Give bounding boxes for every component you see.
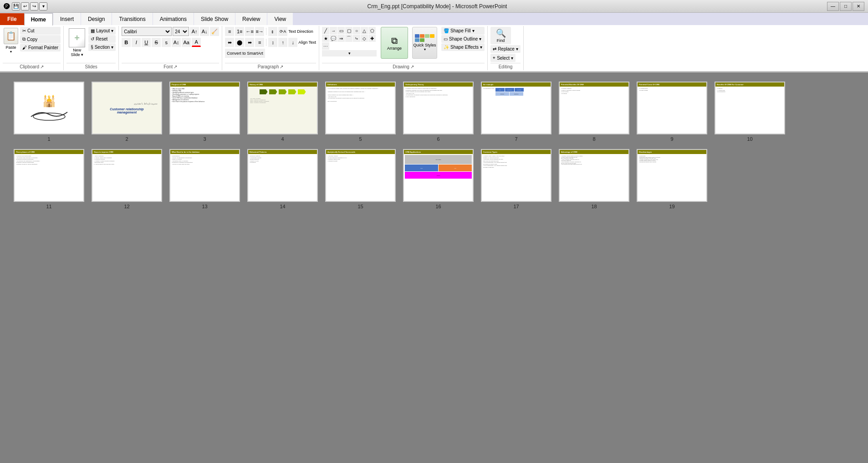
underline-btn[interactable]: U (142, 38, 151, 47)
shape-triangle[interactable]: △ (361, 27, 368, 34)
slide-item-6[interactable]: Underpinning Theory • Customers have man… (403, 82, 474, 142)
slide-thumb-14[interactable]: Behavioral Patterns • Behavioral pattern… (247, 149, 318, 202)
shapes-scroll-down[interactable]: ▾ (322, 50, 377, 57)
bold-btn[interactable]: B (122, 38, 131, 47)
drawing-expand-icon[interactable]: ↗ (410, 64, 414, 69)
char-spacing-btn[interactable]: A↕ (172, 38, 181, 47)
tab-design[interactable]: Design (81, 13, 112, 25)
font-color-btn[interactable]: A (192, 38, 201, 47)
slide-thumb-12[interactable]: Steps to improve CRM 1. Build a database… (92, 149, 162, 202)
minimize-btn[interactable]: — (827, 2, 839, 11)
slide-item-12[interactable]: Steps to improve CRM 1. Build a database… (92, 149, 162, 209)
slide-item-7[interactable]: An example The Elements of CRM Data Ware… (481, 82, 551, 142)
slide-thumb-6[interactable]: Underpinning Theory • Customers have man… (403, 82, 474, 134)
bullets-btn[interactable]: ≡ (225, 27, 234, 36)
slide-item-1[interactable]: 🕌 1 (14, 82, 84, 142)
slide-item-19[interactable]: Disadvantages • Disadvantages • Organisa… (637, 149, 707, 209)
slide-thumb-11[interactable]: Three phases of CRM • Acquiring New Rela… (14, 149, 84, 202)
shape-star[interactable]: ★ (322, 35, 329, 42)
slide-thumb-15[interactable]: Analytically Derived Scorecards • Analyt… (325, 149, 396, 202)
tab-slideshow[interactable]: Slide Show (194, 13, 235, 25)
slide-item-9[interactable]: Potential Costs Of CRM • IT infrastructu… (637, 82, 707, 142)
slide-item-10[interactable]: Benefits Of CRM For Customer • Continuit… (715, 82, 785, 142)
redo-qat-btn[interactable]: ↪ (30, 2, 38, 10)
slide-item-5[interactable]: Definitions "It is a business strategy w… (325, 82, 396, 142)
shape-fill-btn[interactable]: 🪣 Shape Fill ▾ (441, 27, 485, 35)
arrange-button[interactable]: ⧉ Arrange (381, 27, 408, 59)
decrease-indent-btn[interactable]: ←≡ (245, 27, 254, 36)
shape-cross[interactable]: ✚ (368, 35, 376, 42)
shape-line[interactable]: ╱ (322, 27, 329, 34)
slide-thumb-3[interactable]: Purpose of CRM • Why we need CRM • Defin… (169, 82, 240, 134)
shape-outline-btn[interactable]: ▭ Shape Outline ▾ (441, 35, 485, 43)
clipboard-expand-icon[interactable]: ↗ (40, 64, 44, 69)
center-btn[interactable]: ⬤ (235, 38, 244, 47)
shape-rounded-rect[interactable]: ▢ (345, 27, 352, 34)
slide-item-18[interactable]: Advantage of CRM • Advantage a possible … (559, 149, 629, 209)
slide-item-16[interactable]: CRM Applications CRM System Sales Mktg A… (403, 149, 474, 209)
undo-qat-btn[interactable]: ↩ (21, 2, 29, 10)
tab-transitions[interactable]: Transitions (112, 13, 152, 25)
spacing-after-btn[interactable]: ↓ (288, 38, 297, 47)
shape-effects-btn[interactable]: ✨ Shape Effects ▾ (441, 43, 485, 51)
shape-rect[interactable]: ▭ (337, 27, 345, 34)
tab-review[interactable]: Review (235, 13, 267, 25)
paste-button[interactable]: 📋 Paste ▾ (3, 27, 19, 55)
text-direction-label[interactable]: Text Direction (288, 29, 313, 34)
tab-home[interactable]: Home (24, 13, 53, 26)
align-right-btn[interactable]: ⬌ (245, 38, 254, 47)
layout-button[interactable]: ▦ Layout ▾ (88, 27, 116, 35)
slide-thumb-1[interactable]: 🕌 (14, 82, 84, 134)
slide-item-14[interactable]: Behavioral Patterns • Behavioral pattern… (247, 149, 318, 209)
tab-animations[interactable]: Animations (153, 13, 194, 25)
section-button[interactable]: § Section ▾ (88, 43, 116, 51)
shape-oval[interactable]: ○ (353, 27, 360, 34)
text-direction-btn[interactable]: ⟳A (278, 27, 287, 36)
slide-thumb-19[interactable]: Disadvantages • Disadvantages • Organisa… (637, 149, 707, 202)
shape-callout[interactable]: 💬 (330, 35, 337, 42)
numbering-btn[interactable]: 1≡ (235, 27, 244, 36)
slide-item-3[interactable]: Purpose of CRM • Why we need CRM • Defin… (169, 82, 240, 142)
increase-indent-btn[interactable]: ≡→ (255, 27, 264, 36)
justify-btn[interactable]: ≡ (255, 38, 264, 47)
spacing-before-btn[interactable]: ↑ (278, 38, 287, 47)
increase-font-btn[interactable]: A↑ (190, 27, 199, 36)
slide-item-15[interactable]: Analytically Derived Scorecards • Analyt… (325, 149, 396, 209)
slide-thumb-7[interactable]: An example The Elements of CRM Data Ware… (481, 82, 551, 134)
tab-insert[interactable]: Insert (53, 13, 81, 25)
format-painter-button[interactable]: 🖌 Format Painter (20, 44, 61, 51)
line-spacing-btn[interactable]: ↕ (268, 38, 277, 47)
font-size-select[interactable]: 24 (173, 27, 189, 36)
cut-button[interactable]: ✂ Cut (20, 27, 61, 35)
slide-thumb-18[interactable]: Advantage of CRM • Advantage a possible … (559, 149, 629, 202)
qat-more-btn[interactable]: ▾ (39, 2, 47, 10)
maximize-btn[interactable]: □ (840, 2, 852, 11)
slide-thumb-4[interactable]: History of CRM Acc. Henry & PellingOffic… (247, 82, 318, 134)
slide-item-11[interactable]: Three phases of CRM • Acquiring New Rela… (14, 149, 84, 209)
slide-thumb-13[interactable]: What Need to be in the database • Demogr… (169, 149, 240, 202)
quick-styles-button[interactable]: Quick Styles ▾ (412, 27, 437, 59)
slide-item-17[interactable]: Customer Types • Platinum users: reliabl… (481, 149, 551, 209)
paragraph-expand-icon[interactable]: ↗ (280, 64, 283, 69)
shape-curve[interactable]: ⌒ (345, 35, 352, 42)
slide-thumb-2[interactable]: مدیریت ارتباط با مشتری Customer relation… (92, 82, 162, 134)
select-button[interactable]: ⌖ Select ▾ (490, 54, 516, 62)
replace-button[interactable]: ⇄ Replace ▾ (490, 45, 521, 53)
close-btn[interactable]: ✕ (853, 2, 864, 11)
paste-dropdown[interactable]: ▾ (10, 50, 12, 54)
shape-diamond[interactable]: ◇ (361, 35, 368, 42)
slide-thumb-8[interactable]: Potential Benefits Of CRM • Customer ret… (559, 82, 629, 134)
align-text-label[interactable]: Align Text (298, 40, 316, 45)
tab-view[interactable]: View (267, 13, 293, 25)
reset-button[interactable]: ↺ Reset (88, 35, 116, 43)
copy-button[interactable]: ⧉ Copy (20, 35, 61, 43)
shape-more[interactable]: ⋯ (322, 42, 329, 50)
slide-item-4[interactable]: History of CRM Acc. Henry & PellingOffic… (247, 82, 318, 142)
shape-connector[interactable]: ⤷ (353, 35, 360, 42)
slide-item-8[interactable]: Potential Benefits Of CRM • Customer ret… (559, 82, 629, 142)
align-left-btn[interactable]: ⬌ (225, 38, 234, 47)
shadow-btn[interactable]: s (162, 38, 171, 47)
convert-smartart-btn[interactable]: Convert to SmartArt (225, 49, 265, 58)
case-btn[interactable]: Aa (182, 38, 191, 47)
shape-pentagon[interactable]: ⬠ (368, 27, 376, 34)
